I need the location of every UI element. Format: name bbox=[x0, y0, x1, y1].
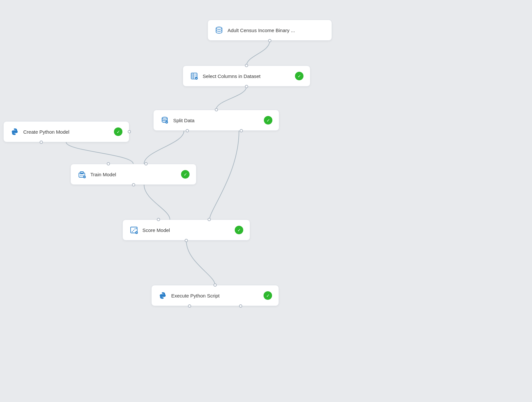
port-bottom bbox=[268, 39, 271, 42]
connection-split-score bbox=[210, 131, 239, 220]
split-data-node[interactable]: Split Data ✓ bbox=[153, 110, 279, 131]
select-columns-label: Select Columns in Dataset bbox=[203, 73, 291, 79]
create-python-node[interactable]: Create Python Model ✓ bbox=[3, 121, 129, 142]
train-model-label: Train Model bbox=[90, 172, 177, 177]
port-top bbox=[245, 64, 248, 67]
score-model-label: Score Model bbox=[142, 227, 231, 233]
port-bottom bbox=[185, 239, 188, 242]
adult-census-label: Adult Census Income Binary ... bbox=[228, 28, 325, 33]
port-bottom bbox=[245, 85, 248, 88]
connection-census-select bbox=[247, 41, 270, 66]
execute-python-icon bbox=[158, 292, 167, 299]
svg-rect-11 bbox=[80, 172, 83, 174]
port-top-left bbox=[157, 218, 160, 221]
port-right bbox=[128, 130, 131, 133]
split-data-icon bbox=[160, 116, 169, 124]
svg-point-7 bbox=[15, 134, 16, 134]
train-model-node[interactable]: Train Model ✓ bbox=[70, 164, 196, 185]
train-model-icon bbox=[77, 170, 86, 178]
svg-point-8 bbox=[162, 117, 167, 119]
connection-python-train bbox=[66, 142, 133, 164]
svg-point-0 bbox=[216, 27, 222, 29]
svg-point-6 bbox=[14, 129, 14, 130]
split-data-label: Split Data bbox=[173, 118, 260, 123]
create-python-label: Create Python Model bbox=[23, 129, 110, 135]
svg-point-19 bbox=[135, 229, 136, 230]
svg-point-17 bbox=[132, 231, 133, 232]
execute-python-label: Execute Python Script bbox=[171, 293, 260, 298]
port-top-right bbox=[144, 162, 148, 165]
connection-split-train bbox=[144, 131, 184, 164]
port-top bbox=[213, 283, 217, 287]
svg-point-23 bbox=[163, 297, 164, 298]
svg-point-20 bbox=[136, 228, 137, 229]
connection-select-split bbox=[216, 86, 247, 110]
score-model-status: ✓ bbox=[235, 226, 243, 234]
python-icon bbox=[10, 128, 19, 136]
port-bottom-right bbox=[240, 129, 243, 132]
execute-python-node[interactable]: Execute Python Script ✓ bbox=[151, 285, 279, 306]
workflow-canvas: Adult Census Income Binary ... Select Co… bbox=[0, 0, 532, 402]
execute-python-status: ✓ bbox=[264, 291, 272, 300]
split-data-status: ✓ bbox=[264, 116, 272, 124]
port-top-right bbox=[208, 218, 211, 221]
score-model-icon bbox=[129, 226, 138, 234]
connection-score-execute bbox=[186, 240, 215, 285]
select-columns-icon bbox=[190, 72, 199, 80]
port-bottom-left bbox=[188, 304, 191, 308]
svg-point-18 bbox=[133, 230, 134, 231]
port-bottom bbox=[132, 183, 135, 186]
port-top bbox=[215, 108, 218, 111]
database-icon bbox=[214, 26, 224, 34]
create-python-status: ✓ bbox=[114, 127, 122, 136]
train-model-status: ✓ bbox=[181, 170, 190, 179]
port-bottom-left bbox=[40, 141, 43, 144]
port-top-left bbox=[107, 162, 110, 165]
adult-census-node[interactable]: Adult Census Income Binary ... bbox=[208, 20, 332, 41]
port-bottom-right bbox=[239, 304, 242, 308]
select-columns-node[interactable]: Select Columns in Dataset ✓ bbox=[183, 66, 310, 86]
select-columns-status: ✓ bbox=[295, 72, 303, 80]
connections-layer bbox=[0, 0, 532, 402]
svg-point-22 bbox=[162, 293, 162, 294]
port-bottom-left bbox=[186, 129, 189, 132]
score-model-node[interactable]: Score Model ✓ bbox=[122, 220, 250, 240]
connection-train-score bbox=[144, 185, 170, 220]
